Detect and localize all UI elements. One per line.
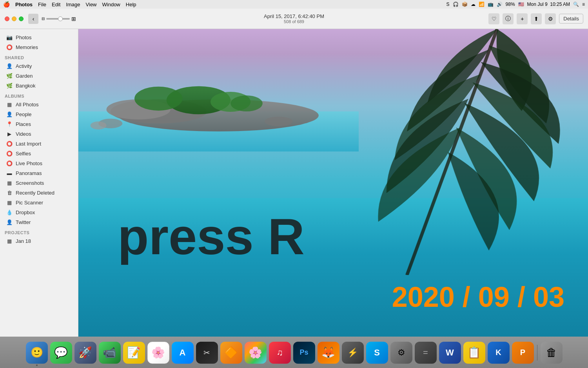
dock-item-skype[interactable]: S xyxy=(366,342,388,364)
zoom-slider[interactable] xyxy=(46,18,70,20)
minimize-button[interactable] xyxy=(12,16,16,21)
panoramas-icon: ▬ xyxy=(6,170,13,176)
dock-item-swift[interactable]: 🔶 xyxy=(220,342,242,364)
dock-item-messages[interactable]: 💬 xyxy=(50,342,72,364)
dock-item-appstore[interactable]: A xyxy=(172,342,194,364)
dock-item-photos2[interactable]: 🌸 xyxy=(245,342,267,364)
menu-window[interactable]: Window xyxy=(102,2,120,7)
sidebar-item-live-photos[interactable]: ⭕ Live Photos xyxy=(2,158,76,168)
videos-icon: ▶ xyxy=(6,131,13,137)
finalcut-icon: ✂ xyxy=(203,348,210,357)
volume-icon: 🔊 xyxy=(497,2,503,7)
itunes-icon: ♫ xyxy=(276,348,283,358)
headphones-icon: 🎧 xyxy=(453,2,459,7)
control-center-icon[interactable]: ≡ xyxy=(582,2,585,7)
dock-item-facetime[interactable]: 📹 xyxy=(99,342,121,364)
activity-icon: 👤 xyxy=(6,63,13,69)
titlebar-nav: ‹ xyxy=(28,14,38,24)
dock-item-calculator[interactable]: = xyxy=(415,342,437,364)
sidebar-label-places: Places xyxy=(16,121,31,127)
dock-item-stickies[interactable]: 📝 xyxy=(123,342,145,364)
sidebar-item-selfies[interactable]: ⭕ Selfies xyxy=(2,149,76,158)
dock-item-system-prefs[interactable]: ⚙ xyxy=(390,342,412,364)
dock-item-finder[interactable]: 🙂 xyxy=(26,342,48,364)
sidebar-label-jan18: Jan 18 xyxy=(16,238,31,244)
svg-point-10 xyxy=(265,117,293,126)
screenshots-icon: ▦ xyxy=(6,180,13,186)
zoom-large-icon: ⊞ xyxy=(71,16,76,22)
menu-image[interactable]: Image xyxy=(66,2,80,7)
sidebar-label-dropbox: Dropbox xyxy=(16,210,35,215)
menu-view[interactable]: View xyxy=(86,2,97,7)
dock-item-trash[interactable]: 🗑 xyxy=(541,342,563,364)
sidebar-item-recently-deleted[interactable]: 🗑 Recently Deleted xyxy=(2,188,76,197)
sidebar-item-panoramas[interactable]: ▬ Panoramas xyxy=(2,168,76,178)
back-button[interactable]: ‹ xyxy=(28,14,38,24)
dock-item-itunes[interactable]: ♫ xyxy=(269,342,291,364)
sidebar-item-places[interactable]: 📍 Places xyxy=(2,119,76,129)
battery-indicator: 98% xyxy=(506,2,515,7)
notes-icon: 📋 xyxy=(467,346,481,359)
menu-photos[interactable]: Photos xyxy=(15,2,33,7)
apple-menu[interactable]: 🍎 xyxy=(3,1,10,7)
sidebar-item-dropbox[interactable]: 💧 Dropbox xyxy=(2,208,76,217)
quicksilver-icon: ⚡ xyxy=(347,348,358,358)
sidebar-item-bangkok[interactable]: 🌿 Bangkok xyxy=(2,81,76,90)
dock-item-quicksilver[interactable]: ⚡ xyxy=(342,342,364,364)
messages-icon: 💬 xyxy=(54,346,68,359)
wifi-icon: 📶 xyxy=(479,2,485,7)
menubar-right: S 🎧 📦 ☁ 📶 📺 🔊 98% 🇺🇸 Mon Jul 9 10:25 AM … xyxy=(446,2,585,7)
share-button[interactable]: ⬆ xyxy=(531,13,542,24)
favorite-button[interactable]: ♡ xyxy=(488,13,499,24)
add-button[interactable]: + xyxy=(517,13,528,24)
sidebar-item-people[interactable]: 👤 People xyxy=(2,109,76,119)
appstore-icon: A xyxy=(180,348,186,358)
launchpad-icon: 🚀 xyxy=(78,346,92,359)
menu-edit[interactable]: Edit xyxy=(52,2,60,7)
sidebar-item-jan18[interactable]: ▦ Jan 18 xyxy=(2,236,76,246)
sidebar-label-screenshots: Screenshots xyxy=(16,180,44,186)
jan18-icon: ▦ xyxy=(6,238,13,244)
close-button[interactable] xyxy=(5,16,9,21)
sidebar-item-memories[interactable]: ⭕ Memories xyxy=(2,42,76,52)
photoshop-icon: Ps xyxy=(299,348,308,357)
dock-item-firefox[interactable]: 🦊 xyxy=(318,342,339,364)
sidebar-label-garden: Garden xyxy=(16,73,33,79)
sidebar-item-all-photos[interactable]: ▦ All Photos xyxy=(2,100,76,109)
dock-item-notes[interactable]: 📋 xyxy=(463,342,485,364)
sidebar-item-photos[interactable]: 📷 Photos xyxy=(2,33,76,42)
sidebar-label-all-photos: All Photos xyxy=(16,102,39,107)
sidebar-item-twitter[interactable]: 👤 Twitter xyxy=(2,217,76,227)
dock-item-finalcut[interactable]: ✂ xyxy=(196,342,218,364)
dock-item-photoshop[interactable]: Ps xyxy=(293,342,315,364)
pages-icon: P xyxy=(520,348,525,357)
maximize-button[interactable] xyxy=(19,16,24,21)
dock: 🙂 💬 🚀 📹 📝 🌸 A ✂ 🔶 xyxy=(0,337,588,368)
sidebar-item-last-import[interactable]: ⭕ Last Import xyxy=(2,139,76,148)
dock-item-launchpad[interactable]: 🚀 xyxy=(74,342,96,364)
skype-icon: S xyxy=(374,348,380,358)
dock-item-keynote[interactable]: K xyxy=(488,342,510,364)
titlebar-center: April 15, 2017, 6:42:40 PM 508 of 689 xyxy=(264,13,324,24)
places-icon: 📍 xyxy=(6,121,13,127)
menu-help[interactable]: Help xyxy=(126,2,136,7)
dock-item-photos[interactable]: 🌸 xyxy=(147,342,169,364)
details-button[interactable]: Details xyxy=(559,14,583,24)
adjust-button[interactable]: ⚙ xyxy=(545,13,556,24)
photo-date: April 15, 2017, 6:42:40 PM xyxy=(264,13,324,19)
titlebar: ‹ ⊟ ⊞ April 15, 2017, 6:42:40 PM 508 of … xyxy=(0,9,588,29)
dropbox-icon: 📦 xyxy=(462,2,468,7)
dock-item-pages[interactable]: P xyxy=(512,342,534,364)
menu-file[interactable]: File xyxy=(38,2,46,7)
sidebar-item-pic-scanner[interactable]: ▦ Pic Scanner xyxy=(2,198,76,207)
sidebar-item-activity[interactable]: 👤 Activity xyxy=(2,61,76,71)
sidebar-item-screenshots[interactable]: ▦ Screenshots xyxy=(2,178,76,188)
sidebar-label-live-photos: Live Photos xyxy=(16,160,42,166)
airplay-icon: 📺 xyxy=(488,2,494,7)
photos-icon: 📷 xyxy=(6,34,13,40)
info-button[interactable]: ⓘ xyxy=(503,13,514,24)
sidebar-item-videos[interactable]: ▶ Videos xyxy=(2,129,76,138)
search-icon[interactable]: 🔍 xyxy=(573,2,579,7)
sidebar-item-garden[interactable]: 🌿 Garden xyxy=(2,71,76,80)
dock-item-word[interactable]: W xyxy=(439,342,461,364)
